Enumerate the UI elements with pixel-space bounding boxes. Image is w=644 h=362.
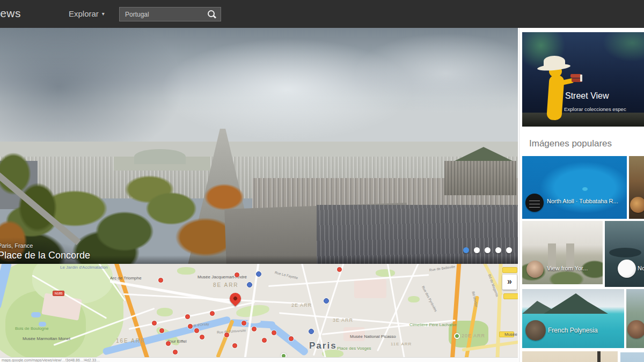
avatar-partial-2 <box>627 320 644 338</box>
explore-menu[interactable]: Explorar▾ <box>69 9 105 18</box>
map-photo-dot[interactable] <box>272 330 276 335</box>
explore-label: Explorar <box>69 9 99 18</box>
map-photo-dot[interactable] <box>173 350 178 354</box>
thumbnail-north-atoll[interactable]: North Atoll · Tubbataha R... <box>522 156 627 219</box>
caption-region: Paris, France <box>0 242 90 249</box>
road-shield: N185 <box>53 291 64 296</box>
views-logo[interactable]: iews <box>0 7 21 20</box>
top-bar: iews Explorar▾ <box>0 0 644 28</box>
map-photo-dot[interactable] <box>232 343 237 348</box>
thumbnail-partial-bottom-1[interactable] <box>522 351 618 362</box>
map-label: Rue La Fayette <box>274 270 298 280</box>
map-photo-dot[interactable] <box>262 338 267 343</box>
map-photo-dot[interactable] <box>247 282 252 287</box>
map-label: Rue de l'Université <box>217 328 246 334</box>
map-photo-dot[interactable] <box>152 321 157 326</box>
search-icon[interactable] <box>207 10 217 19</box>
pagination-dots <box>463 247 512 253</box>
avatar-partial-1 <box>630 197 644 213</box>
urban-block-2 <box>354 279 386 298</box>
panorama-viewer[interactable]: Paris, France Place de la Concorde <box>0 28 518 264</box>
park-buttes <box>376 269 395 277</box>
map-label: Musée Jacquemart-André <box>197 275 247 279</box>
map-photo-dot[interactable] <box>224 333 229 337</box>
map-label: Musée National Picasso <box>350 334 396 339</box>
chevron-down-icon: ▾ <box>102 11 105 17</box>
assemblee-facade <box>444 161 516 195</box>
map-label: Arc de Triomphe <box>110 276 142 280</box>
pagination-dot[interactable] <box>485 247 491 253</box>
map-photo-dot[interactable] <box>256 271 261 277</box>
search-box <box>119 7 221 21</box>
browser-status-bar: maps.google.com/maps/views/view/…!3d48.8… <box>0 357 518 362</box>
map-photo-dot[interactable] <box>194 328 199 333</box>
pagination-dot[interactable] <box>495 247 501 253</box>
map-photo-dot[interactable] <box>454 333 460 339</box>
map-photo-dot[interactable] <box>289 336 294 341</box>
map-pin-center <box>233 296 238 301</box>
map-photo-dot[interactable] <box>158 278 163 283</box>
avatar-view-from <box>526 261 544 278</box>
park-small-3 <box>408 296 420 302</box>
road-shield <box>503 293 518 299</box>
map-photo-dot[interactable] <box>337 267 342 272</box>
map-photo-dot[interactable] <box>324 298 329 304</box>
map-panel[interactable]: N185 Le Jardin d'AcclimatationArc de Tri… <box>0 264 518 358</box>
thumbnail-label: French Polynesia <box>548 327 598 334</box>
thumbnail-nossa[interactable]: Nos <box>605 221 644 287</box>
pagination-dot[interactable] <box>474 247 480 253</box>
thumbnail-label: Nos <box>638 265 644 271</box>
map-label: Rue des Pyrénées <box>421 285 438 313</box>
avatar-french-polynesia <box>525 320 546 341</box>
card-title: Street View <box>565 91 609 101</box>
fish-speck <box>582 187 588 191</box>
pole-silhouette <box>597 351 601 362</box>
photo-caption: Paris, France Place de la Concorde <box>0 242 90 261</box>
map-photo-dot[interactable] <box>159 328 164 333</box>
map-photo-dot[interactable] <box>185 314 190 319</box>
search-input[interactable] <box>120 8 210 21</box>
street-view-collection-card[interactable]: Street View Explorar colecciones espec <box>522 32 644 127</box>
expand-map-button[interactable]: » <box>502 275 517 290</box>
park-monceau <box>177 267 195 275</box>
card-subtitle: Explorar colecciones espec <box>564 106 626 112</box>
thumbnail-partial-bottom-2[interactable] <box>620 352 644 362</box>
thumbnail-partial-right-1[interactable] <box>629 156 644 219</box>
street-h1 <box>123 293 306 305</box>
map-photo-dot[interactable] <box>241 321 246 326</box>
pagination-dot[interactable] <box>463 247 469 253</box>
bois-lake-1 <box>31 312 41 317</box>
pagination-dot[interactable] <box>506 247 512 253</box>
magnifier-handle <box>213 15 216 18</box>
map-label: Rue de Belleville <box>429 264 456 272</box>
map-photo-dot[interactable] <box>252 327 257 331</box>
map-photo-dot[interactable] <box>210 311 215 316</box>
map-photo-dot[interactable] <box>200 335 204 339</box>
thumbnail-french-polynesia[interactable]: French Polynesia <box>522 289 624 348</box>
map-label: 2E ARR <box>291 302 312 308</box>
status-url: maps.google.com/maps/views/view/…!3d48.8… <box>2 358 100 362</box>
sidebar: Street View Explorar colecciones espec I… <box>519 28 644 362</box>
map-label: 11E ARR <box>391 342 412 346</box>
island-peak <box>544 293 608 314</box>
popular-images-heading: Imágenes populares <box>529 138 612 149</box>
map-label: 8E ARR <box>213 282 239 288</box>
park-small-2 <box>157 308 173 316</box>
thumbnail-partial-right-2[interactable] <box>626 289 644 348</box>
map-label: Bois de Boulogne <box>15 326 49 331</box>
avatar-nossa <box>618 260 636 278</box>
map-photo-dot[interactable] <box>188 324 193 329</box>
pegman-explorer-icon <box>530 48 589 123</box>
map-photo-dot[interactable] <box>309 329 314 334</box>
thumbnail-label: View from Yor... <box>547 265 588 271</box>
map-label: Place des Vosges <box>337 346 371 351</box>
aurora-glow-right <box>603 32 644 62</box>
map-photo-dot[interactable] <box>235 272 239 277</box>
road-shield <box>502 267 517 273</box>
map-label: Paris <box>309 341 337 351</box>
thumbnail-view-from[interactable]: View from Yor... <box>522 221 603 284</box>
map-photo-dot[interactable] <box>166 341 171 346</box>
map-label: Cimetière Père Lachaise <box>409 322 457 327</box>
map-label: 20E ARR <box>462 333 485 338</box>
map-label: Le Jardin d'Acclimatation <box>60 265 108 270</box>
